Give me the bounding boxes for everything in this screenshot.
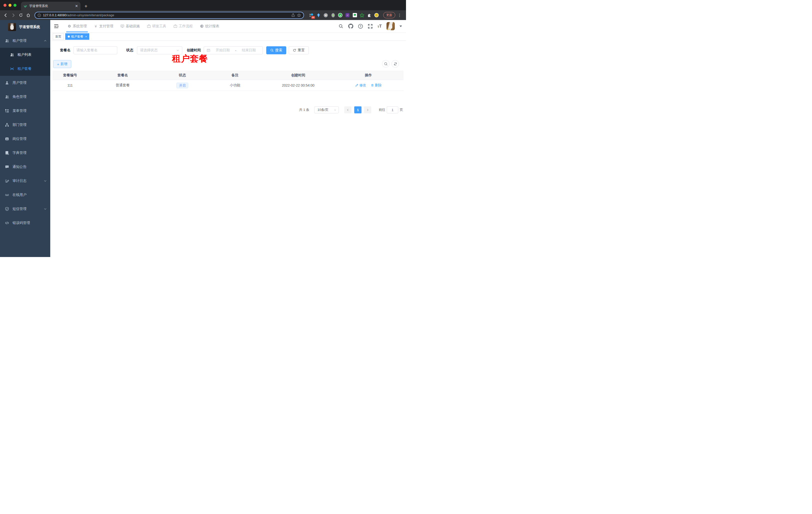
- refresh-icon: [394, 62, 397, 66]
- sidebar-item-dept-management[interactable]: 部门管理: [0, 118, 50, 132]
- sidebar-item-user-management[interactable]: 用户管理: [0, 76, 50, 90]
- site-info-icon[interactable]: [37, 13, 41, 17]
- extension-row: 10 ⌘ y: [307, 13, 381, 18]
- package-name-input[interactable]: 请输入套餐名: [74, 46, 117, 54]
- prev-page-button[interactable]: [344, 106, 351, 113]
- next-page-button[interactable]: [364, 106, 371, 113]
- sidebar-item-menu-management[interactable]: 菜单管理: [0, 104, 50, 118]
- search-icon: [384, 62, 388, 66]
- trash-icon: [371, 84, 374, 87]
- sidebar-item-dict-management[interactable]: 字典管理: [0, 146, 50, 160]
- table-search-toggle-button[interactable]: [382, 60, 389, 67]
- sidebar-item-role-management[interactable]: 角色管理: [0, 90, 50, 104]
- total-count: 共 1 条: [299, 108, 309, 112]
- favicon-plant-icon: [24, 4, 27, 8]
- dashboard-icon: [200, 24, 204, 28]
- nav-item-infra[interactable]: 基础设施: [117, 20, 143, 32]
- extension-y-icon[interactable]: y: [338, 13, 343, 18]
- new-tab-button[interactable]: +: [85, 3, 87, 10]
- extension-star-icon[interactable]: [360, 13, 364, 18]
- tab-close-icon[interactable]: ✕: [75, 4, 78, 8]
- shield-check-icon: [5, 207, 9, 211]
- back-button[interactable]: [2, 12, 9, 19]
- bookmark-star-icon[interactable]: [297, 13, 301, 17]
- date-separator: -: [235, 49, 236, 52]
- pagination: 共 1 条 10条/页 1 前往 1 页: [299, 106, 403, 113]
- fullscreen-icon[interactable]: [368, 24, 373, 29]
- search-button[interactable]: 搜索: [266, 46, 286, 54]
- help-icon[interactable]: ?: [358, 24, 363, 29]
- extension-emoji-icon[interactable]: [374, 13, 379, 18]
- add-button[interactable]: + 新增: [53, 60, 71, 68]
- sidebar-item-tenant-list[interactable]: 租户列表: [0, 48, 50, 62]
- create-time-label: 创建时间: [187, 48, 201, 53]
- svg-text:⌘: ⌘: [324, 14, 327, 17]
- browser-tab[interactable]: 芋道管理系统 ✕: [21, 2, 81, 10]
- close-window-button[interactable]: [3, 4, 6, 7]
- chrome-update-button[interactable]: 更新: [383, 12, 395, 18]
- chevron-down-icon: [44, 180, 47, 183]
- forward-button[interactable]: [10, 12, 17, 19]
- extension-recorder-icon[interactable]: [331, 13, 335, 18]
- minimize-window-button[interactable]: [8, 4, 11, 7]
- start-date-placeholder[interactable]: 开始日期: [212, 48, 234, 53]
- users-icon: [5, 95, 9, 99]
- sidebar-item-notice[interactable]: 通知公告: [0, 160, 50, 174]
- refresh-icon: [293, 49, 296, 52]
- user-avatar[interactable]: [386, 22, 395, 30]
- edit-link[interactable]: 修改: [355, 83, 366, 88]
- browser-menu-icon[interactable]: ⋮: [396, 13, 404, 18]
- cell-remark: 小功能: [207, 83, 263, 88]
- page-size-select[interactable]: 10条/页: [314, 106, 339, 113]
- table-refresh-button[interactable]: [392, 60, 399, 67]
- sidebar-collapse-icon[interactable]: [50, 24, 62, 29]
- sidebar-item-online-users[interactable]: 在线用户: [0, 188, 50, 202]
- extension-command-icon[interactable]: ⌘: [323, 13, 328, 18]
- tag-tenant-package[interactable]: 租户套餐 ×: [65, 33, 89, 40]
- date-range-picker[interactable]: 开始日期 - 结束日期: [204, 46, 263, 54]
- share-icon[interactable]: [291, 13, 295, 17]
- goto-unit: 页: [400, 108, 403, 112]
- address-bar[interactable]: 127.0.0.1:48080/admin-ui/system/tenant/p…: [34, 12, 304, 19]
- nav-item-pay[interactable]: ¥ 支付管理: [90, 20, 117, 32]
- maximize-window-button[interactable]: [13, 4, 17, 7]
- nav-item-report[interactable]: 统计报表: [196, 20, 223, 32]
- end-date-placeholder[interactable]: 结束日期: [238, 48, 260, 53]
- goto-page-input[interactable]: 1: [387, 106, 398, 113]
- sidebar-item-sms-management[interactable]: 短信管理: [0, 202, 50, 216]
- col-header-id: 套餐编号: [53, 73, 87, 78]
- status-label: 状态: [126, 48, 133, 53]
- nav-item-devtools[interactable]: 研发工具: [143, 20, 170, 32]
- header-search-icon[interactable]: [339, 24, 344, 29]
- extension-puzzle-icon[interactable]: [367, 13, 372, 18]
- page-number-active[interactable]: 1: [354, 106, 361, 113]
- col-header-actions: 操作: [333, 73, 404, 78]
- nav-item-workflow[interactable]: 工作流程: [170, 20, 196, 32]
- tag-home[interactable]: 首页: [53, 33, 64, 40]
- sidebar-item-post-management[interactable]: 岗位管理: [0, 132, 50, 146]
- nav-item-system[interactable]: 系统管理: [64, 20, 90, 32]
- tag-close-icon[interactable]: ×: [85, 35, 87, 38]
- extension-chat-icon[interactable]: [352, 13, 357, 18]
- delete-link[interactable]: 删除: [371, 83, 382, 88]
- avatar-caret-icon[interactable]: [400, 26, 402, 27]
- goto-label: 前往: [379, 108, 385, 112]
- reload-button[interactable]: [18, 12, 24, 19]
- font-size-icon[interactable]: TT: [377, 24, 382, 28]
- extension-gem-icon[interactable]: [316, 13, 321, 18]
- extension-workflow-icon[interactable]: 10: [309, 13, 314, 18]
- sidebar-item-tenant-management[interactable]: 租户管理: [0, 34, 50, 48]
- sidebar-item-tenant-package[interactable]: 租户套餐: [0, 62, 50, 76]
- extension-shield-icon[interactable]: [345, 13, 350, 18]
- monitor-icon: [120, 24, 124, 28]
- home-button[interactable]: [25, 12, 31, 19]
- app-header: 系统管理 ¥ 支付管理 基础设施 研发工具: [50, 20, 406, 32]
- sidebar-item-error-code[interactable]: 错误码管理: [0, 216, 50, 230]
- select-caret-icon: [334, 109, 337, 111]
- reset-button[interactable]: 重置: [289, 46, 309, 54]
- sidebar-item-audit-log[interactable]: 审计日志: [0, 174, 50, 188]
- header-actions: ? TT: [339, 22, 406, 30]
- github-icon[interactable]: [348, 24, 353, 29]
- app-title: 芋道管理系统: [19, 25, 40, 29]
- sidebar-logo[interactable]: 芋道管理系统: [0, 20, 50, 34]
